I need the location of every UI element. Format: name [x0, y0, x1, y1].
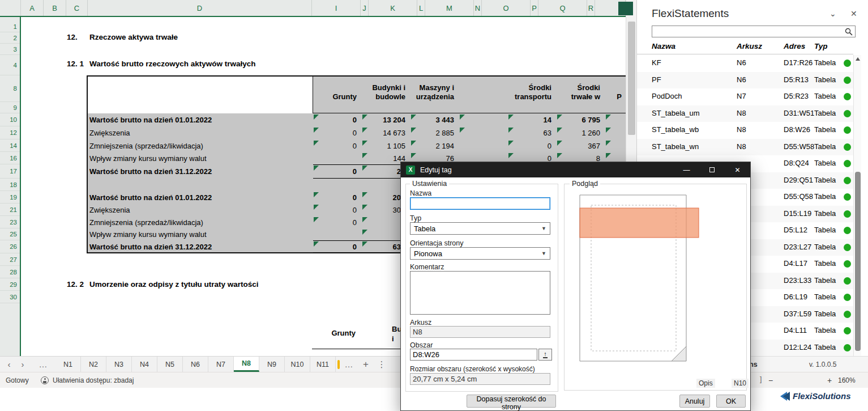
- close-icon[interactable]: ✕: [850, 9, 857, 18]
- column-header[interactable]: O: [482, 0, 531, 16]
- column-header[interactable]: A: [21, 0, 44, 16]
- row-header[interactable]: 19: [0, 191, 20, 204]
- scroll-up-icon[interactable]: [856, 57, 860, 61]
- nazwa-input[interactable]: [410, 197, 550, 210]
- value-cell[interactable]: 2 885: [411, 126, 459, 139]
- value-cell[interactable]: 63: [508, 126, 557, 139]
- value-cell[interactable]: 0: [313, 164, 362, 179]
- list-item[interactable]: ST_tabela_wnN8D55:W58Tabela: [637, 139, 853, 156]
- komentarz-textarea[interactable]: [410, 271, 550, 315]
- sheet-tab-n7[interactable]: N7: [208, 357, 234, 372]
- row-header[interactable]: 25: [0, 228, 20, 240]
- list-item[interactable]: PFN6D5:R13Tabela: [637, 72, 853, 89]
- column-header[interactable]: Q: [538, 0, 587, 16]
- vertical-scrollbar-thumb[interactable]: [628, 22, 635, 135]
- col-header-adres[interactable]: Adres: [784, 42, 805, 50]
- sheet-nav-right-icon[interactable]: ›: [17, 357, 28, 372]
- panel-scrollbar[interactable]: [853, 55, 861, 356]
- arkusz-input[interactable]: [410, 326, 550, 338]
- accessibility-status[interactable]: Ułatwienia dostępu: zbadaj: [53, 376, 134, 384]
- zoom-out-button[interactable]: −: [768, 376, 773, 385]
- sheet-tab-n1[interactable]: N1: [55, 357, 81, 372]
- add-sheet-icon[interactable]: +: [360, 357, 371, 372]
- search-input[interactable]: [652, 26, 843, 37]
- table2-col-header-grunty[interactable]: Grunty: [312, 329, 361, 337]
- row-header[interactable]: 18: [0, 179, 20, 191]
- column-header[interactable]: R: [587, 0, 595, 16]
- column-header[interactable]: K: [369, 0, 417, 16]
- column-header[interactable]: N: [474, 0, 482, 16]
- sheet-tab-n6[interactable]: N6: [183, 357, 208, 372]
- row-header[interactable]: 3: [0, 44, 20, 55]
- row-header[interactable]: 21: [0, 204, 20, 216]
- section-number[interactable]: 12. 2: [67, 280, 84, 289]
- value-cell[interactable]: 0: [508, 139, 557, 152]
- value-cell[interactable]: 1 260: [557, 126, 605, 139]
- value-cell[interactable]: 0: [313, 204, 362, 216]
- section-title[interactable]: Umorzenie oraz odpisy z tytułu utraty wa…: [89, 280, 259, 289]
- sheet-tab-n4[interactable]: N4: [132, 357, 157, 372]
- value-cell[interactable]: 0: [313, 113, 362, 126]
- list-item[interactable]: PodDochN7D5:R23Tabela: [637, 88, 853, 105]
- select-all-corner[interactable]: [0, 0, 21, 16]
- list-item[interactable]: ST_tabela_umN8D31:W51Tabela: [637, 105, 853, 122]
- value-cell[interactable]: 0: [313, 240, 362, 253]
- row-label-cell[interactable]: Zmniejszenia (sprzedaż/likwidacja): [89, 139, 313, 152]
- row-header[interactable]: 26: [0, 240, 20, 253]
- maximize-button[interactable]: [699, 162, 725, 177]
- row-header[interactable]: 2: [0, 32, 20, 44]
- column-header[interactable]: L: [417, 0, 425, 16]
- row-header[interactable]: 14: [0, 139, 20, 152]
- row-header[interactable]: 12: [0, 126, 20, 139]
- column-header[interactable]: M: [425, 0, 474, 16]
- cancel-button[interactable]: Anuluj: [679, 395, 710, 408]
- close-button[interactable]: ✕: [725, 162, 750, 177]
- value-cell[interactable]: 14: [508, 113, 557, 126]
- table2-col-header-budynki-clipped[interactable]: Budynki ibudowle: [392, 324, 400, 344]
- value-cell[interactable]: 13 204: [362, 113, 411, 126]
- search-icon[interactable]: [843, 26, 855, 37]
- table-header-corner-cell[interactable]: [88, 77, 313, 113]
- row-label-cell[interactable]: Zwiększenia: [89, 126, 313, 139]
- sheet-more-right-icon[interactable]: …: [343, 357, 354, 372]
- row-header[interactable]: 30: [0, 291, 20, 303]
- row-header[interactable]: 17: [0, 164, 20, 179]
- row-header[interactable]: 8: [0, 75, 20, 102]
- rozmiar-input[interactable]: [410, 373, 550, 385]
- sheet-tab-n2[interactable]: N2: [81, 357, 106, 372]
- section-number[interactable]: 12.: [67, 33, 78, 41]
- row-header[interactable]: 4: [0, 55, 20, 75]
- sheet-nav-left-icon[interactable]: ‹: [3, 357, 15, 372]
- row-label-cell[interactable]: Wpływ zmiany kursu wymiany walut: [89, 228, 313, 240]
- ok-button[interactable]: OK: [716, 395, 746, 408]
- column-header[interactable]: C: [66, 0, 88, 16]
- value-cell[interactable]: 0: [313, 191, 362, 204]
- value-cell[interactable]: 367: [557, 139, 605, 152]
- orientacja-select[interactable]: Pionowa▼: [410, 247, 550, 260]
- list-item[interactable]: ST_tabela_wbN8D8:W26Tabela: [637, 122, 853, 139]
- row-label-cell[interactable]: Zwiększenia: [89, 204, 313, 216]
- sheet-tab-n11[interactable]: N11: [310, 357, 336, 372]
- row-header[interactable]: 9: [0, 102, 20, 113]
- value-cell[interactable]: 0: [313, 139, 362, 152]
- column-header[interactable]: P: [531, 0, 538, 16]
- fit-width-button[interactable]: Dopasuj szerokość do strony: [467, 395, 556, 408]
- sheet-tab-n5[interactable]: N5: [157, 357, 183, 372]
- row-label-cell[interactable]: Wartość brutto na dzień 31.12.2022: [89, 164, 313, 179]
- value-cell[interactable]: 14 673: [362, 126, 411, 139]
- column-header[interactable]: J: [361, 0, 369, 16]
- section-title[interactable]: Wartość brutto rzeczowych aktywów trwały…: [89, 60, 256, 68]
- value-cell[interactable]: 1 105: [362, 139, 411, 152]
- sheet-more-left-icon[interactable]: …: [37, 357, 49, 372]
- typ-select[interactable]: Tabela▼: [410, 222, 550, 235]
- row-header[interactable]: 10: [0, 113, 20, 126]
- row-label-cell[interactable]: Wpływ zmiany kursu wymiany walut: [89, 152, 313, 164]
- row-label-cell[interactable]: Wartość brutto na dzień 01.01.2022: [89, 113, 313, 126]
- column-header[interactable]: B: [44, 0, 66, 16]
- obszar-input[interactable]: [410, 349, 537, 361]
- zoom-level[interactable]: 160%: [838, 376, 856, 384]
- row-label-cell[interactable]: Wartość brutto na dzień 01.01.2022: [89, 191, 313, 204]
- row-label-cell[interactable]: Wartość brutto na dzień 31.12.2022: [89, 240, 313, 253]
- row-header[interactable]: 16: [0, 152, 20, 164]
- col-header-typ[interactable]: Typ: [814, 42, 828, 50]
